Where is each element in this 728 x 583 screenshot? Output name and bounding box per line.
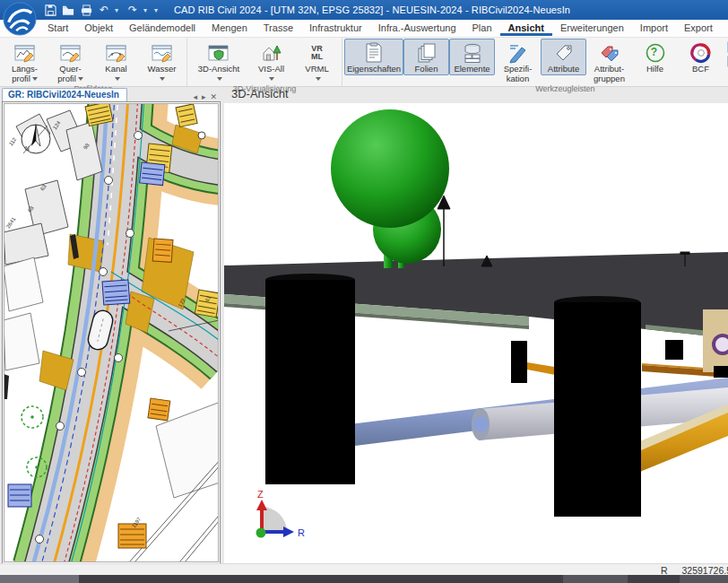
- application-window: ↶ ▾ ↷ ▾ ▾ CAD RIB Civil 2024 - [UTM 32N,…: [0, 0, 728, 583]
- tree-canopy: [331, 109, 449, 228]
- 3d-scene: Z R: [224, 103, 728, 563]
- 3d-ansicht-button[interactable]: 3D-Ansicht: [189, 39, 248, 84]
- hilfe-button[interactable]: ? Hilfe: [632, 39, 678, 75]
- chevron-down-icon: [217, 77, 222, 81]
- junction-box: [665, 340, 683, 360]
- svg-text:112: 112: [8, 136, 18, 147]
- attribute-button[interactable]: Attribute: [541, 39, 586, 75]
- plan-tab-controls: ◂ ▸ ✕: [193, 92, 222, 101]
- tab-next-icon[interactable]: ▸: [202, 92, 206, 101]
- ribbon-group-3d-visualisierung: 3D-Ansicht VIS-All VRML VRML 3D-Visualis…: [186, 38, 342, 86]
- z-axis-label: Z: [257, 489, 264, 500]
- wasser-icon: [151, 41, 174, 65]
- plan-view-canvas[interactable]: N 112 124 98 63 68 2641 172 61 1197: [2, 101, 221, 564]
- hilfe-icon: ?: [644, 41, 667, 65]
- attributgruppen-icon: [598, 41, 621, 65]
- tab-export[interactable]: Export: [676, 21, 721, 36]
- spezifikation-icon: [507, 41, 530, 65]
- laengsprofil-label: Längs-: [12, 64, 38, 74]
- tab-plan[interactable]: Plan: [464, 21, 500, 36]
- bcf-button[interactable]: BCF: [678, 39, 724, 75]
- elemente-button[interactable]: Elemente: [449, 39, 495, 75]
- notes-column: Notizen Infoliste: [724, 39, 728, 70]
- coordinate-value: 32591726.5: [682, 565, 728, 576]
- window-title: CAD RIB Civil 2024 - [UTM 32N, EPSG 2583…: [174, 4, 570, 15]
- attribute-icon: [552, 41, 576, 65]
- 3d-viewport[interactable]: Z R: [224, 103, 728, 563]
- tab-import[interactable]: Import: [632, 21, 676, 36]
- ribbon: Längs-profil Quer-profil Kanal: [0, 38, 728, 87]
- tab-infra-auswertung[interactable]: Infra.-Auswertung: [370, 21, 464, 36]
- ribbon-group-werkzeugleisten: Eigenschaften Folien Elemente: [342, 38, 728, 86]
- wasser-button[interactable]: Wasser: [139, 39, 185, 84]
- chevron-down-icon: [32, 77, 38, 81]
- undo-dropdown-icon[interactable]: ▾: [115, 6, 122, 14]
- querprofil-icon: [59, 41, 82, 65]
- plan-tab[interactable]: GR: RIBCivil2024-NeuesIn: [2, 88, 127, 101]
- quick-access-toolbar: ↶ ▾ ↷ ▾ ▾: [43, 3, 161, 17]
- rib-logo-icon: [3, 2, 37, 36]
- bottom-strip: [0, 575, 728, 583]
- chevron-down-icon: [316, 77, 321, 81]
- ribbon-group-profildaten: Längs-profil Quer-profil Kanal: [0, 38, 186, 86]
- ribbon-tab-bar: Start Objekt Geländemodell Mengen Trasse…: [0, 20, 728, 38]
- chevron-down-icon: [78, 77, 83, 81]
- plan-dock-panel: GR: RIBCivil2024-NeuesIn ◂ ▸ ✕: [0, 87, 222, 567]
- customize-qat-icon[interactable]: ▾: [154, 6, 161, 14]
- kanal-button[interactable]: Kanal: [93, 39, 139, 84]
- north-arrow: N: [22, 125, 50, 153]
- chevron-down-icon: [160, 77, 165, 81]
- tab-trasse[interactable]: Trasse: [256, 21, 301, 36]
- folien-button[interactable]: Folien: [403, 39, 449, 75]
- redo-icon[interactable]: ↷: [126, 3, 140, 17]
- open-folder-icon[interactable]: [61, 3, 75, 17]
- chevron-down-icon: [269, 77, 274, 81]
- kanal-icon: [105, 41, 128, 65]
- save-icon[interactable]: [43, 3, 57, 17]
- strip-segment: [0, 575, 79, 583]
- pipe-opening: [714, 335, 728, 353]
- tab-objekt[interactable]: Objekt: [76, 21, 121, 36]
- strip-segment: [680, 575, 728, 583]
- tab-gelaendemodell[interactable]: Geländemodell: [121, 21, 204, 36]
- tab-close-icon[interactable]: ✕: [210, 92, 217, 101]
- elemente-icon: [461, 41, 484, 65]
- tab-start[interactable]: Start: [39, 21, 76, 36]
- status-bar: R 32591726.5: [0, 563, 728, 576]
- tab-mengen[interactable]: Mengen: [204, 21, 256, 36]
- junction-box: [511, 341, 527, 383]
- title-bar: ↶ ▾ ↷ ▾ ▾ CAD RIB Civil 2024 - [UTM 32N,…: [0, 0, 728, 20]
- eigenschaften-button[interactable]: Eigenschaften: [344, 39, 403, 75]
- spezifikation-button[interactable]: Spezifi-kation: [495, 39, 541, 84]
- folien-icon: [415, 41, 438, 65]
- print-icon[interactable]: [79, 3, 93, 17]
- tab-ansicht[interactable]: Ansicht: [500, 21, 552, 36]
- svg-text:N: N: [25, 145, 30, 152]
- querprofil-button[interactable]: Quer-profil: [48, 39, 93, 84]
- vis-all-icon: [260, 41, 283, 65]
- vrml-icon: VRML: [306, 41, 329, 65]
- 3d-ansicht-icon: [207, 41, 230, 65]
- tab-prev-icon[interactable]: ◂: [193, 92, 197, 101]
- tab-system[interactable]: System: [721, 21, 728, 36]
- 3d-view-title: 3D-Ansicht: [224, 87, 728, 103]
- laengsprofil-icon: [13, 41, 37, 65]
- tab-erweiterungen[interactable]: Erweiterungen: [552, 21, 632, 36]
- laengsprofil-button[interactable]: Längs-profil: [2, 39, 48, 84]
- vis-all-button[interactable]: VIS-All: [248, 39, 294, 84]
- svg-text:2641: 2641: [5, 216, 17, 230]
- undo-icon[interactable]: ↶: [97, 3, 111, 17]
- strip-segment: [563, 575, 628, 583]
- chevron-down-icon: [115, 77, 120, 81]
- axis-gizmo: Z R: [256, 489, 306, 538]
- eigenschaften-icon: [362, 41, 386, 65]
- plan-panel-tab-bar: GR: RIBCivil2024-NeuesIn ◂ ▸ ✕: [0, 87, 222, 101]
- bcf-icon: [689, 41, 713, 65]
- vrml-button[interactable]: VRML VRML: [294, 39, 340, 84]
- plan-drawing: N 112 124 98 63 68 2641 172 61 1197: [4, 103, 219, 562]
- tab-infrastruktur[interactable]: Infrastruktur: [301, 21, 370, 36]
- redo-dropdown-icon[interactable]: ▾: [143, 6, 151, 14]
- r-axis-label: R: [298, 527, 305, 538]
- attributgruppen-button[interactable]: Attribut-gruppen: [586, 39, 632, 84]
- coordinate-label: R: [661, 565, 668, 576]
